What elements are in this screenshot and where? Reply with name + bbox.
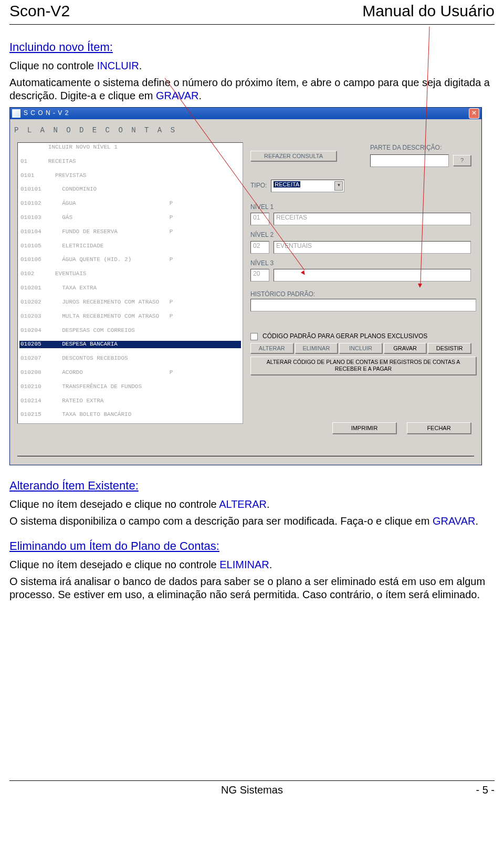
desistir-button[interactable]: DESISTIR — [428, 343, 471, 353]
list-item[interactable]: 010208 ACORDO P — [19, 369, 241, 376]
list-item[interactable]: 010105 ELETRICIDADE — [19, 243, 241, 249]
window-titlebar: S C O N - V 2 ✕ — [10, 108, 481, 119]
list-item[interactable]: 010215 TAXA BOLETO BANCÁRIO — [19, 411, 241, 418]
refazer-consulta-button[interactable]: REFAZER CONSULTA — [250, 151, 337, 161]
list-item[interactable]: 010205 DESPESA BANCARIA — [19, 341, 241, 348]
list-item[interactable]: 010201 TAXA EXTRA — [19, 285, 241, 291]
section2-title: Alterando Ítem Existente: — [9, 479, 495, 493]
list-item[interactable]: 010102 ÁGUA P — [19, 200, 241, 207]
header-manual-title: Manual do Usuário — [362, 2, 495, 20]
list-item[interactable]: 010203 MULTA RECEBIMENTO COM ATRASO P — [19, 313, 241, 320]
list-item[interactable]: 01 RECEITAS — [19, 158, 241, 165]
codigo-padrao-label: CÓDIGO PADRÃO PARA GERAR PLANOS EXCLUSIV… — [262, 332, 427, 340]
close-icon[interactable]: ✕ — [469, 108, 479, 119]
plano-list[interactable]: INCLUIR NOVO NÍVEL 1 01 RECEITAS 0101 PR… — [17, 142, 243, 424]
historico-input[interactable] — [250, 299, 476, 311]
list-item[interactable]: 010207 DESCONTOS RECEBIDOS — [19, 355, 241, 362]
list-item[interactable]: 010103 GÁS P — [19, 214, 241, 221]
checkbox-icon[interactable] — [250, 333, 258, 340]
nivel1-label: NÍVEL 1 — [250, 203, 471, 212]
parte-descricao-label: PARTE DA DESCRIÇÃO: — [370, 144, 471, 152]
list-item[interactable]: 0102 EVENTUAIS — [19, 270, 241, 277]
header-app-name: Scon-V2 — [9, 2, 70, 20]
section1-paragraph-2: Automaticamente o sistema define o númer… — [9, 76, 495, 103]
historico-label: HISTÓRICO PADRÃO: — [250, 290, 471, 299]
section2-paragraph-2: O sistema disponibiliza o campo com a de… — [9, 515, 495, 528]
window-icon — [12, 109, 20, 118]
header-rule — [9, 24, 495, 25]
codigo-padrao-checkbox-row[interactable]: CÓDIGO PADRÃO PARA GERAR PLANOS EXCLUSIV… — [250, 332, 471, 341]
nivel2-desc-input[interactable]: EVENTUAIS — [274, 241, 471, 254]
nivel1-desc-input[interactable]: RECEITAS — [274, 213, 471, 225]
section1-title: Incluindo novo Ítem: — [9, 40, 495, 54]
eliminar-button[interactable]: ELIMINAR — [295, 343, 338, 353]
alterar-codigo-plano-button[interactable]: ALTERAR CÓDIGO DE PLANO DE CONTAS EM REG… — [250, 357, 476, 375]
list-item[interactable]: 010210 TRANSFERÊNCIA DE FUNDOS — [19, 383, 241, 390]
section3-paragraph-1: Clique no ítem desejado e clique no cont… — [9, 558, 495, 572]
nivel3-label: NÍVEL 3 — [250, 259, 471, 268]
page-number: - 5 - — [476, 784, 495, 796]
section3-title: Eliminando um Ítem do Plano de Contas: — [9, 539, 495, 553]
list-item[interactable]: 010101 CONDOMINIO — [19, 186, 241, 193]
list-item[interactable]: 0101 PREVISTAS — [19, 172, 241, 179]
list-item[interactable]: 010214 RATEIO EXTRA — [19, 398, 241, 404]
section3-paragraph-2: O sistema irá analisar o banco de dados … — [9, 575, 495, 602]
gravar-button[interactable]: GRAVAR — [384, 343, 427, 353]
chevron-down-icon[interactable]: ▼ — [334, 181, 343, 191]
incluir-button[interactable]: INCLUIR — [339, 343, 382, 353]
arrow-head-2 — [418, 284, 422, 288]
list-item[interactable]: 010104 FUNDO DE RESERVA P — [19, 228, 241, 235]
section1-paragraph-1: Clique no controle INCLUIR. — [9, 59, 495, 73]
list-item[interactable]: 010106 ÁGUA QUENTE (HID. 2) P — [19, 256, 241, 263]
list-item[interactable]: 010204 DESPESAS COM CORREIOS — [19, 327, 241, 334]
window-heading: P L A N O D E C O N T A S — [14, 126, 481, 135]
parte-descricao-input[interactable] — [370, 154, 449, 167]
footer-rule — [9, 780, 495, 781]
footer-company: NG Sistemas — [221, 784, 283, 796]
list-item[interactable]: 010202 JUROS RECEBIMENTO COM ATRASO P — [19, 299, 241, 306]
list-item[interactable]: INCLUIR NOVO NÍVEL 1 — [19, 144, 241, 151]
tipo-label: TIPO: — [250, 182, 267, 190]
alterar-button[interactable]: ALTERAR — [250, 343, 293, 353]
nivel2-code-input[interactable]: 02 — [250, 241, 269, 254]
nivel3-code-input[interactable]: 20 — [250, 269, 269, 281]
window-title: S C O N - V 2 — [24, 109, 69, 118]
section2-paragraph-1: Clique no ítem desejado e clique no cont… — [9, 498, 495, 512]
help-button[interactable]: ? — [453, 155, 471, 165]
fechar-button[interactable]: FECHAR — [407, 422, 471, 434]
tipo-value: RECEITA — [274, 181, 300, 187]
imprimir-button[interactable]: IMPRIMIR — [332, 422, 396, 434]
scon-window: S C O N - V 2 ✕ P L A N O D E C O N T A … — [9, 107, 482, 465]
window-bottom-rule — [17, 456, 474, 456]
tipo-dropdown[interactable]: RECEITA ▼ — [271, 180, 344, 192]
nivel2-label: NÍVEL 2 — [250, 231, 471, 239]
